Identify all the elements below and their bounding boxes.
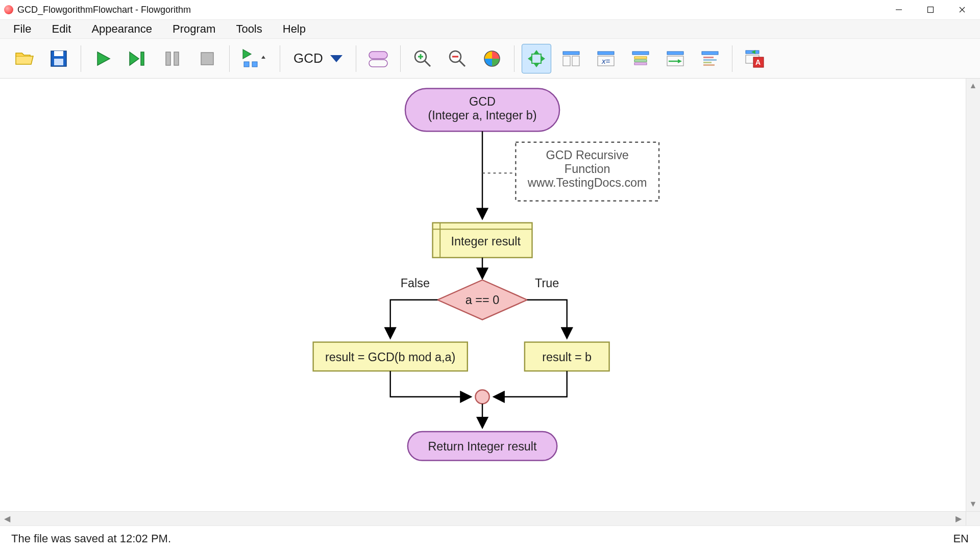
menu-bar: File Edit Appearance Program Tools Help: [0, 19, 980, 39]
svg-marker-29: [534, 50, 539, 54]
svg-marker-30: [534, 64, 539, 67]
zoom-in-button[interactable]: [408, 44, 437, 73]
function-selector[interactable]: GCD: [287, 51, 349, 66]
svg-rect-47: [702, 52, 718, 55]
stop-icon: [200, 51, 215, 66]
step-button[interactable]: [123, 44, 153, 73]
stop-button[interactable]: [192, 44, 222, 73]
export-button[interactable]: A: [740, 44, 769, 73]
svg-rect-15: [252, 62, 257, 67]
menu-file[interactable]: File: [10, 21, 34, 37]
svg-marker-7: [97, 52, 110, 65]
svg-rect-41: [634, 60, 647, 62]
scroll-up-icon[interactable]: ▲: [966, 79, 980, 93]
play-struct-icon: [242, 48, 267, 69]
menu-appearance[interactable]: Appearance: [88, 21, 155, 37]
color-scheme-button[interactable]: [477, 44, 507, 73]
save-button[interactable]: [44, 44, 74, 73]
svg-rect-50: [703, 62, 712, 63]
svg-text:x=: x=: [601, 57, 610, 65]
start-node[interactable]: GCD (Integer a, Integer b): [405, 88, 559, 131]
floppy-disk-icon: [50, 49, 68, 68]
status-message: The file was saved at 12:02 PM.: [11, 532, 171, 545]
svg-rect-14: [244, 62, 249, 67]
zoom-out-button[interactable]: [443, 44, 472, 73]
stack-icon: [631, 50, 650, 67]
variables-button[interactable]: x=: [591, 44, 621, 73]
svg-marker-31: [528, 56, 531, 61]
assign-false-node[interactable]: result = GCD(b mod a,a): [313, 342, 468, 371]
run-button[interactable]: [88, 44, 118, 73]
window-title: GCD_FlowgorithmFlowchart - Flowgorithm: [17, 5, 191, 15]
minimize-button[interactable]: [883, 0, 915, 19]
comment-line1: GCD Recursive: [546, 148, 629, 162]
toolbar: GCD: [0, 39, 980, 79]
horizontal-scrollbar[interactable]: ◀ ▶: [0, 511, 966, 525]
pause-button[interactable]: [158, 44, 187, 73]
return-node[interactable]: Return Integer result: [408, 432, 557, 461]
scroll-right-icon[interactable]: ▶: [951, 512, 966, 525]
svg-rect-11: [174, 52, 179, 65]
svg-rect-6: [54, 59, 63, 65]
flowchart-canvas[interactable]: GCD (Integer a, Integer b) GCD Recursive…: [0, 79, 966, 511]
menu-edit[interactable]: Edit: [48, 21, 74, 37]
scroll-corner: [966, 511, 980, 525]
console-button[interactable]: [660, 44, 690, 73]
svg-rect-28: [532, 54, 541, 63]
pause-icon: [165, 50, 180, 67]
svg-rect-33: [563, 52, 579, 55]
status-language: EN: [953, 532, 969, 545]
run-to-button[interactable]: [237, 44, 273, 73]
svg-rect-34: [563, 56, 570, 66]
assign-true-node[interactable]: result = b: [525, 342, 609, 371]
start-params: (Integer a, Integer b): [428, 109, 536, 122]
app-icon: [4, 5, 13, 14]
maximize-button[interactable]: [915, 0, 946, 19]
assign-true-text: result = b: [542, 350, 592, 364]
label-false: False: [401, 277, 430, 290]
svg-rect-35: [572, 56, 579, 66]
menu-help[interactable]: Help: [280, 21, 309, 37]
comment-node[interactable]: GCD Recursive Function www.TestingDocs.c…: [516, 142, 659, 201]
scroll-down-icon[interactable]: ▼: [966, 497, 980, 511]
svg-marker-16: [261, 56, 265, 59]
menu-program[interactable]: Program: [169, 21, 218, 37]
color-wheel-icon: [483, 49, 501, 68]
terminal-shape-button[interactable]: [363, 44, 393, 73]
svg-rect-17: [369, 52, 387, 59]
chevron-down-icon: [330, 55, 342, 62]
svg-rect-36: [598, 52, 614, 55]
zoom-in-icon: [413, 49, 432, 68]
layout-columns-button[interactable]: [556, 44, 586, 73]
scroll-left-icon[interactable]: ◀: [0, 512, 14, 525]
zoom-out-icon: [448, 49, 467, 68]
decision-text: a == 0: [465, 293, 499, 307]
step-forward-icon: [128, 50, 148, 67]
svg-rect-42: [634, 63, 647, 65]
svg-rect-48: [703, 57, 714, 58]
vertical-scrollbar[interactable]: ▲ ▼: [966, 79, 980, 511]
assign-false-text: result = GCD(b mod a,a): [325, 350, 455, 364]
svg-rect-10: [166, 52, 170, 65]
join-node[interactable]: [475, 390, 489, 404]
svg-marker-46: [678, 59, 682, 63]
variable-icon: x=: [596, 50, 616, 67]
comment-line3: www.TestingDocs.com: [527, 176, 647, 189]
svg-line-24: [459, 61, 465, 66]
svg-rect-12: [201, 53, 213, 65]
start-name: GCD: [469, 95, 496, 108]
terminal-shape-icon: [368, 49, 389, 68]
close-button[interactable]: [946, 0, 978, 19]
source-code-button[interactable]: [695, 44, 725, 73]
title-bar: GCD_FlowgorithmFlowchart - Flowgorithm: [0, 0, 980, 19]
fit-to-window-button[interactable]: [522, 44, 551, 73]
layout-stack-button[interactable]: [626, 44, 655, 73]
svg-rect-39: [632, 52, 649, 55]
console-icon: [666, 50, 685, 67]
open-button[interactable]: [9, 44, 39, 73]
menu-tools[interactable]: Tools: [233, 21, 265, 37]
svg-rect-51: [703, 64, 715, 66]
declare-node[interactable]: Integer result: [433, 223, 532, 258]
svg-line-20: [425, 61, 430, 66]
decision-node[interactable]: a == 0: [437, 280, 527, 320]
